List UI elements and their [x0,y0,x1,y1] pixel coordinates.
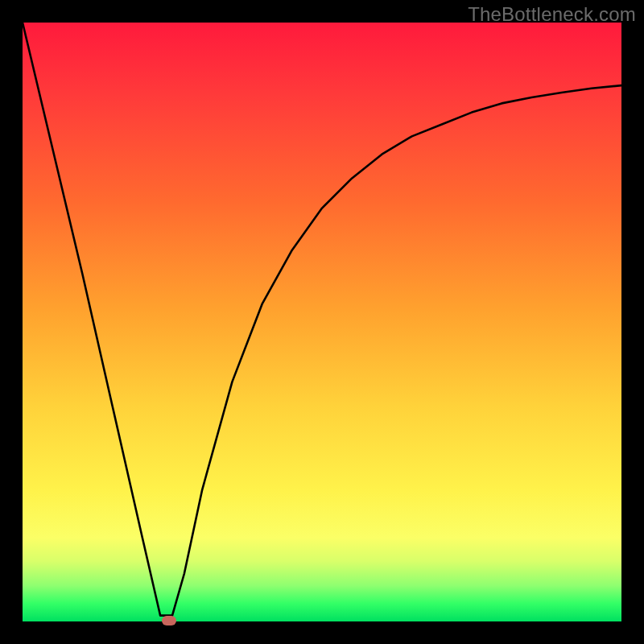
plot-area [23,23,621,621]
chart-frame: TheBottleneck.com [0,0,644,644]
optimum-marker [162,616,176,625]
curve-layer [23,23,621,621]
bottleneck-curve-path [23,23,621,616]
